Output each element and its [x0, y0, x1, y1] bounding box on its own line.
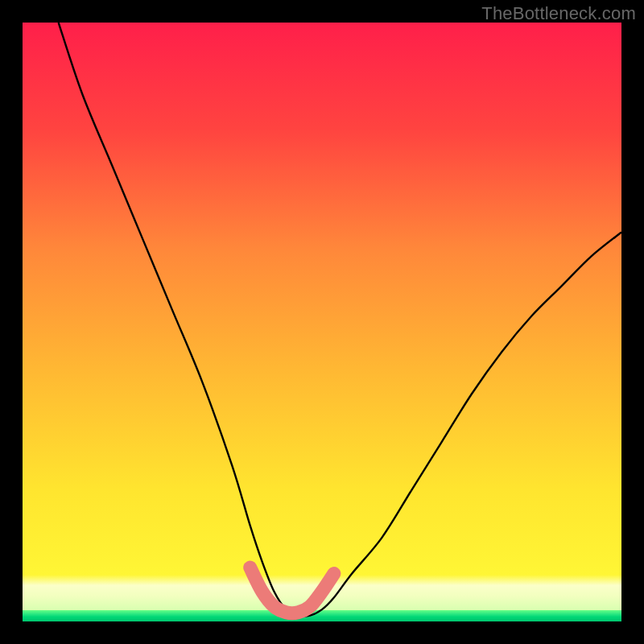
watermark-text: TheBottleneck.com: [481, 3, 636, 24]
chart-frame: TheBottleneck.com: [0, 0, 644, 644]
valley-highlight: [23, 23, 621, 621]
plot-area: [23, 23, 621, 621]
